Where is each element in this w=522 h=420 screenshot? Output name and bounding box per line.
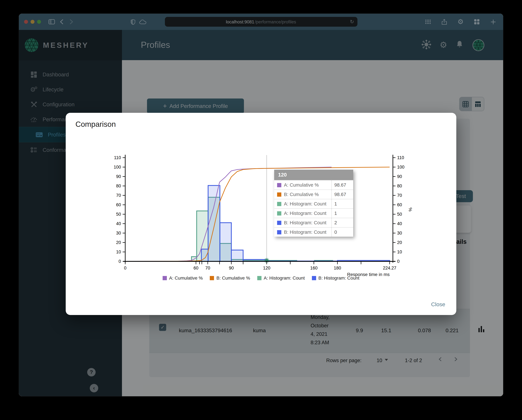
svg-text:10: 10 [116,249,121,254]
svg-text:80: 80 [116,183,121,188]
histogram-bar [208,186,220,261]
legend-label: A: Histogram: Count [264,275,305,281]
svg-text:110: 110 [397,155,404,160]
tooltip-row: A: Cumulative %98.67 [274,180,353,189]
svg-text:60: 60 [397,202,402,207]
tooltip-header: 120 [274,170,353,180]
tooltip-row: B: Cumulative %98.67 [274,189,353,199]
svg-text:70: 70 [397,193,402,198]
svg-text:30: 30 [116,231,121,235]
tooltip-row: A: Histogram: Count1 [274,208,353,218]
tooltip-swatch [277,211,281,215]
browser-window: localhost:9081/performance/profiles ↻ ⚙ [19,14,503,396]
svg-text:100: 100 [397,165,404,170]
tooltip-row: B: Histogram: Count2 [274,218,353,227]
tooltip-swatch [277,202,281,206]
legend-item[interactable]: B: Cumulative % [210,275,250,281]
tooltip-rows: A: Cumulative %98.67B: Cumulative %98.67… [274,180,353,237]
svg-text:224.27: 224.27 [383,266,396,270]
legend-item[interactable]: B: Histogram: Count [312,275,359,281]
legend-item[interactable]: A: Cumulative % [163,275,203,281]
svg-text:40: 40 [397,221,402,226]
legend-label: B: Cumulative % [216,275,250,281]
chart-legend: A: Cumulative %B: Cumulative %A: Histogr… [66,275,456,281]
svg-text:120: 120 [263,266,270,270]
svg-text:70: 70 [205,266,210,270]
svg-text:10: 10 [397,249,402,254]
svg-text:160: 160 [310,266,317,270]
legend-swatch [312,276,316,280]
tooltip-swatch [277,221,281,225]
svg-text:70: 70 [116,193,121,198]
svg-text:40: 40 [116,221,121,226]
legend-label: B: Histogram: Count [318,275,359,281]
legend-item[interactable]: A: Histogram: Count [257,275,305,281]
tooltip-swatch [277,183,281,187]
histogram-bar [220,223,231,261]
legend-swatch [257,276,261,280]
svg-text:20: 20 [397,240,402,245]
svg-text:90: 90 [397,174,402,179]
tooltip-row: A: Histogram: Count1 [274,199,353,208]
svg-text:100: 100 [114,165,121,170]
svg-text:60: 60 [116,202,121,207]
svg-text:110: 110 [114,155,121,160]
tooltip-swatch [277,230,281,234]
comparison-dialog: Comparison 00101020203030404050506060707… [66,113,456,315]
tooltip-swatch [277,192,281,196]
svg-text:180: 180 [334,266,341,270]
tooltip-value: 98.67 [331,190,353,199]
svg-text:60: 60 [193,266,198,270]
legend-swatch [210,276,214,280]
legend-swatch [163,276,167,280]
tooltip-value: 98.67 [331,180,353,189]
tooltip-value: 2 [331,218,353,227]
svg-text:90: 90 [229,266,234,270]
tooltip-value: 1 [331,199,353,208]
svg-text:0: 0 [124,266,126,270]
svg-text:50: 50 [397,212,402,217]
tooltip-value: 1 [331,209,353,218]
tooltip-value: 0 [331,228,353,237]
svg-text:30: 30 [397,231,402,235]
svg-text:0: 0 [119,259,121,264]
histogram-bar [231,250,243,261]
svg-text:50: 50 [116,212,121,217]
comparison-chart: 0010102020303040405050606070708080909010… [66,113,456,315]
right-axis-label: % [408,208,413,212]
svg-text:80: 80 [397,183,402,188]
tooltip-row: B: Histogram: Count0 [274,227,353,237]
chart-tooltip: 120 A: Cumulative %98.67B: Cumulative %9… [274,170,353,237]
svg-text:0: 0 [397,259,399,264]
screen: localhost:9081/performance/profiles ↻ ⚙ [0,0,522,420]
close-button[interactable]: Close [431,301,445,308]
svg-text:90: 90 [116,174,121,179]
svg-text:20: 20 [116,240,121,245]
legend-label: A: Cumulative % [169,275,203,281]
